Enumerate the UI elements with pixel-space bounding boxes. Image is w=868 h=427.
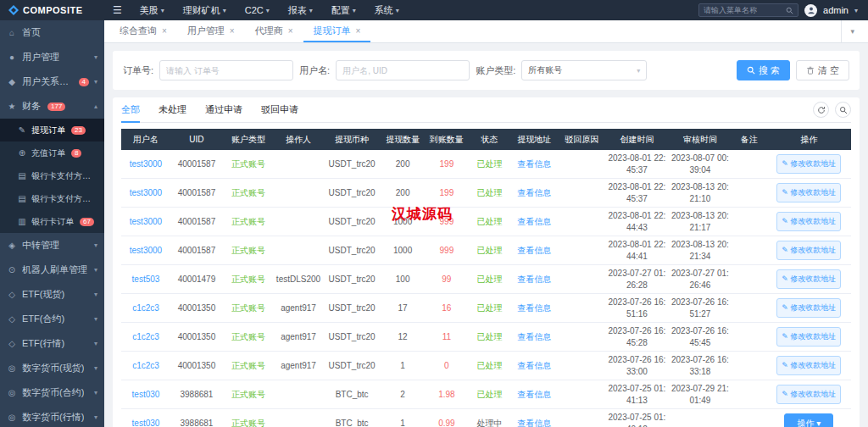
edit-icon: ✎	[782, 332, 788, 341]
view-address-link[interactable]: 查看信息	[510, 179, 558, 208]
user-avatar-icon	[807, 6, 815, 14]
table-row: test300040001587正式账号USDT_trc20200199已处理查…	[121, 150, 851, 179]
sidebar-subitem-withdraw-orders[interactable]: ✎提现订单23	[0, 119, 104, 141]
reviewed-time-cell: 2023-08-07 00:39:04	[669, 150, 732, 179]
view-address-link[interactable]: 查看信息	[510, 265, 558, 294]
close-icon[interactable]: ×	[288, 26, 293, 36]
coin-cell: USDT_trc20	[323, 294, 381, 323]
sidebar-item-label: 银行卡支付方式模板	[31, 170, 97, 182]
username-link[interactable]: test3000	[121, 179, 170, 208]
order-number-input[interactable]	[159, 60, 293, 80]
username-link[interactable]: test3000	[121, 150, 170, 179]
etf-icon: ◇	[7, 290, 17, 299]
etf-icon: ◇	[7, 314, 17, 324]
page-tab[interactable]: 提现订单×	[303, 20, 371, 42]
username-link[interactable]: c1c2c3	[121, 323, 170, 352]
top-menu-item[interactable]: 系统▾	[365, 0, 409, 20]
search-button[interactable]: 搜 索	[737, 60, 790, 80]
avatar[interactable]	[804, 4, 817, 17]
sidebar-item-crypto-market[interactable]: ◎数字货币(行情)▾	[0, 405, 104, 427]
created-time-cell: 2023-07-26 16:51:16	[605, 294, 669, 323]
page-tab[interactable]: 综合查询×	[109, 20, 177, 42]
edit-icon: ✎	[782, 274, 788, 283]
view-address-link[interactable]: 查看信息	[510, 236, 558, 265]
edit-address-button[interactable]: ✎ 修改收款地址	[776, 212, 841, 231]
view-address-link[interactable]: 查看信息	[510, 294, 558, 323]
clear-button[interactable]: 清 空	[796, 60, 849, 80]
sidebar-subitem-recharge-orders[interactable]: ⊕充值订单8	[0, 141, 104, 164]
sidebar-item-etf-spot[interactable]: ◇ETF(现货)▾	[0, 282, 104, 307]
chevron-icon: ▾	[94, 266, 97, 274]
username-link[interactable]: test030	[121, 409, 170, 427]
header-search-placeholder: 请输入菜单名称	[704, 5, 757, 16]
hamburger-icon[interactable]: ☰	[104, 4, 131, 16]
top-menu-item[interactable]: C2C▾	[236, 0, 279, 20]
sidebar-item-label: 中转管理	[22, 239, 59, 252]
status-cell: 已处理	[469, 294, 511, 323]
username[interactable]: admin	[823, 5, 849, 15]
sidebar-item-crypto-spot[interactable]: ◎数字货币(现货)▾	[0, 356, 104, 380]
status-cell: 处理中	[469, 409, 511, 427]
close-icon[interactable]: ×	[162, 26, 167, 36]
withdraw-amount-cell: 12	[381, 323, 425, 352]
view-address-link[interactable]: 查看信息	[510, 409, 558, 427]
sidebar-item-user-relation-management[interactable]: ◆用户关系管理4▾	[0, 69, 104, 94]
edit-address-button[interactable]: ✎ 修改收款地址	[776, 241, 841, 260]
withdraw-amount-cell: 1	[381, 409, 425, 427]
uid-cell: 40001587	[170, 179, 223, 208]
top-menu-item[interactable]: 美股▾	[131, 0, 174, 20]
sidebar-item-etf-market[interactable]: ◇ETF(行情)▾	[0, 331, 104, 356]
filter-panel: 订单号: 用户名: 账户类型: 所有账号 ▾ 搜 索	[113, 51, 860, 90]
header-search-input[interactable]: 请输入菜单名称	[698, 3, 798, 17]
view-address-link[interactable]: 查看信息	[510, 352, 558, 380]
sidebar-item-home[interactable]: ⌂首页	[0, 20, 104, 45]
username-link[interactable]: test503	[121, 265, 170, 294]
sidebar-item-finance[interactable]: ★财务177▴	[0, 94, 104, 119]
username-input[interactable]	[336, 60, 470, 80]
sidebar-subitem-bankcard-pay-management[interactable]: ▤银行卡支付方式管理	[0, 187, 104, 210]
status-tab[interactable]: 通过申请	[205, 97, 242, 123]
username-link[interactable]: c1c2c3	[121, 294, 170, 323]
top-menu-item[interactable]: 理财矿机▾	[174, 0, 236, 20]
edit-address-button[interactable]: ✎ 修改收款地址	[776, 269, 841, 289]
page-tab[interactable]: 用户管理×	[177, 20, 245, 42]
username-link[interactable]: test030	[121, 380, 170, 409]
edit-address-button[interactable]: ✎ 修改收款地址	[776, 356, 841, 375]
account-type-select[interactable]: 所有账号 ▾	[521, 60, 647, 80]
account-type-cell: 正式账号	[223, 409, 274, 427]
page-tab[interactable]: 代理商×	[245, 20, 303, 42]
tabs-overflow-button[interactable]: ▾	[841, 20, 863, 42]
view-address-link[interactable]: 查看信息	[510, 208, 558, 236]
column-header: 操作	[767, 129, 851, 150]
username-link[interactable]: test3000	[121, 208, 170, 236]
sidebar-item-robot-order-management[interactable]: ⊙机器人刷单管理▾	[0, 258, 104, 282]
etf-icon: ◇	[7, 339, 17, 348]
username-link[interactable]: test3000	[121, 236, 170, 265]
status-tab[interactable]: 全部	[121, 97, 140, 123]
top-menu-item[interactable]: 报表▾	[279, 0, 322, 20]
refresh-button[interactable]	[813, 102, 829, 118]
username-link[interactable]: c1c2c3	[121, 352, 170, 380]
edit-address-button[interactable]: ✎ 修改收款地址	[776, 298, 841, 318]
view-address-link[interactable]: 查看信息	[510, 323, 558, 352]
edit-address-button[interactable]: ✎ 修改收款地址	[776, 385, 841, 404]
sidebar-item-user-management[interactable]: ●用户管理▾	[0, 45, 104, 69]
edit-address-button[interactable]: ✎ 修改收款地址	[776, 154, 841, 174]
close-icon[interactable]: ×	[356, 26, 361, 36]
sidebar-subitem-bankcard-pay-template[interactable]: ▤银行卡支付方式模板	[0, 164, 104, 187]
column-search-button[interactable]	[835, 102, 851, 118]
close-icon[interactable]: ×	[230, 26, 235, 36]
sidebar-item-etf-contract[interactable]: ◇ETF(合约)▾	[0, 307, 104, 331]
top-menu-item[interactable]: 配置▾	[322, 0, 365, 20]
status-tab[interactable]: 未处理	[159, 97, 186, 123]
status-tab[interactable]: 驳回申请	[261, 97, 298, 123]
sidebar-item-crypto-contract[interactable]: ◎数字货币(合约)▾	[0, 380, 104, 405]
edit-address-button[interactable]: ✎ 修改收款地址	[776, 327, 841, 347]
remark-cell	[732, 294, 766, 323]
action-dropdown-button[interactable]: 操作 ▾	[784, 413, 833, 427]
view-address-link[interactable]: 查看信息	[510, 380, 558, 409]
edit-address-button[interactable]: ✎ 修改收款地址	[776, 183, 841, 202]
sidebar-item-transfer-management[interactable]: ◈中转管理▾	[0, 233, 104, 258]
sidebar-subitem-bankcard-orders[interactable]: ▥银行卡订单67	[0, 210, 104, 233]
view-address-link[interactable]: 查看信息	[510, 150, 558, 179]
